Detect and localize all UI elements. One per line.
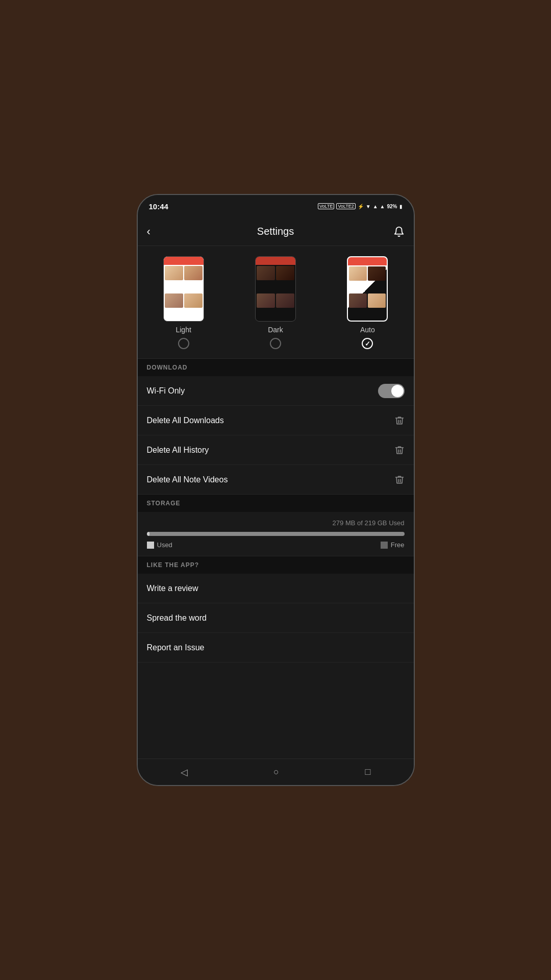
page-title: Settings <box>257 226 294 237</box>
status-icons: VoLTE VoLTE2 ⚡ ▼ ▲ ▲ 92% ▮ <box>318 203 402 209</box>
mock-tile <box>165 266 183 280</box>
mock-content-dark <box>256 265 295 321</box>
mock-tile <box>257 266 275 280</box>
theme-label-dark: Dark <box>268 326 283 334</box>
mock-tile <box>349 293 367 308</box>
report-issue-item[interactable]: Report an Issue <box>138 633 414 663</box>
theme-radio-dark[interactable] <box>270 338 281 349</box>
theme-preview-auto <box>347 256 388 322</box>
write-review-item[interactable]: Write a review <box>138 574 414 603</box>
mock-tile <box>349 266 367 281</box>
mock-tile <box>276 266 294 280</box>
light-screen-preview <box>164 257 204 321</box>
mock-tile <box>276 293 294 308</box>
status-bar: 10:44 VoLTE VoLTE2 ⚡ ▼ ▲ ▲ 92% ▮ <box>138 195 414 217</box>
wifi-only-toggle[interactable] <box>378 384 405 398</box>
battery-icon: ▮ <box>399 204 403 209</box>
mock-content-light <box>164 265 204 321</box>
wifi-only-label: Wi-Fi Only <box>147 386 185 396</box>
theme-option-light[interactable]: Light <box>163 256 204 349</box>
legend-free-box <box>381 542 388 549</box>
storage-info: 279 MB of 219 GB Used Used Free <box>138 512 414 556</box>
spread-word-item[interactable]: Spread the word <box>138 603 414 633</box>
mock-header-auto <box>348 257 387 265</box>
bluetooth-icon: ⚡ <box>358 204 364 209</box>
delete-note-videos-icon[interactable] <box>394 474 405 485</box>
theme-preview-dark <box>255 256 296 322</box>
mock-header-light <box>164 257 204 265</box>
mock-tile <box>184 266 203 280</box>
phone-frame: 10:44 VoLTE VoLTE2 ⚡ ▼ ▲ ▲ 92% ▮ ‹ Setti… <box>137 194 415 786</box>
spread-word-label: Spread the word <box>147 614 207 623</box>
storage-bar <box>147 532 405 536</box>
nav-home-button[interactable]: ○ <box>264 763 288 781</box>
signal2-icon: ▲ <box>380 204 385 209</box>
notification-bell-button[interactable] <box>393 226 405 238</box>
battery-percentage: 92% <box>387 204 397 209</box>
status-time: 10:44 <box>149 202 168 211</box>
section-header-storage: STORAGE <box>138 495 414 512</box>
delete-downloads-icon[interactable] <box>394 415 405 426</box>
bottom-nav: ◁ ○ □ <box>138 758 414 785</box>
delete-downloads-item[interactable]: Delete All Downloads <box>138 406 414 435</box>
wifi-only-item[interactable]: Wi-Fi Only <box>138 376 414 406</box>
section-header-like-app: LIKE THE APP? <box>138 556 414 574</box>
mock-tile <box>368 266 386 281</box>
theme-radio-light[interactable] <box>178 338 189 349</box>
delete-downloads-label: Delete All Downloads <box>147 416 224 425</box>
legend-free: Free <box>381 541 405 549</box>
legend-used: Used <box>147 541 172 549</box>
legend-used-label: Used <box>157 541 172 549</box>
volte1-icon: VoLTE <box>318 203 334 209</box>
write-review-label: Write a review <box>147 584 198 593</box>
delete-note-videos-item[interactable]: Delete All Note Videos <box>138 465 414 495</box>
delete-history-item[interactable]: Delete All History <box>138 435 414 465</box>
theme-label-auto: Auto <box>360 326 375 334</box>
theme-preview-light <box>163 256 204 322</box>
app-header: ‹ Settings <box>138 217 414 246</box>
mock-content-auto <box>348 265 387 321</box>
back-button[interactable]: ‹ <box>147 225 151 238</box>
volte2-icon: VoLTE2 <box>336 203 355 209</box>
nav-back-button[interactable]: ◁ <box>171 763 197 782</box>
report-issue-label: Report an Issue <box>147 643 205 652</box>
mock-header-dark <box>256 257 295 265</box>
mock-tile <box>184 293 203 308</box>
settings-content: Light Dark <box>138 246 414 758</box>
delete-note-videos-label: Delete All Note Videos <box>147 475 228 484</box>
legend-free-label: Free <box>391 541 405 549</box>
legend-used-box <box>147 542 154 549</box>
toggle-knob <box>391 385 404 397</box>
auto-screen-preview <box>348 257 387 321</box>
mock-tile <box>368 293 386 308</box>
storage-usage-text: 279 MB of 219 GB Used <box>147 519 405 527</box>
section-header-download: DOWNLOAD <box>138 359 414 376</box>
wifi-icon: ▼ <box>366 204 371 209</box>
storage-used-fill <box>147 532 149 536</box>
nav-recent-button[interactable]: □ <box>356 763 380 781</box>
theme-option-auto[interactable]: Auto <box>347 256 388 349</box>
dark-screen-preview <box>256 257 295 321</box>
signal1-icon: ▲ <box>373 204 378 209</box>
theme-option-dark[interactable]: Dark <box>255 256 296 349</box>
mock-tile <box>257 293 275 308</box>
storage-legend: Used Free <box>147 541 405 549</box>
delete-history-icon[interactable] <box>394 445 405 455</box>
delete-history-label: Delete All History <box>147 446 209 455</box>
mock-tile <box>165 293 183 308</box>
theme-selector: Light Dark <box>138 246 414 359</box>
theme-radio-auto[interactable] <box>362 338 373 349</box>
theme-label-light: Light <box>176 326 191 334</box>
